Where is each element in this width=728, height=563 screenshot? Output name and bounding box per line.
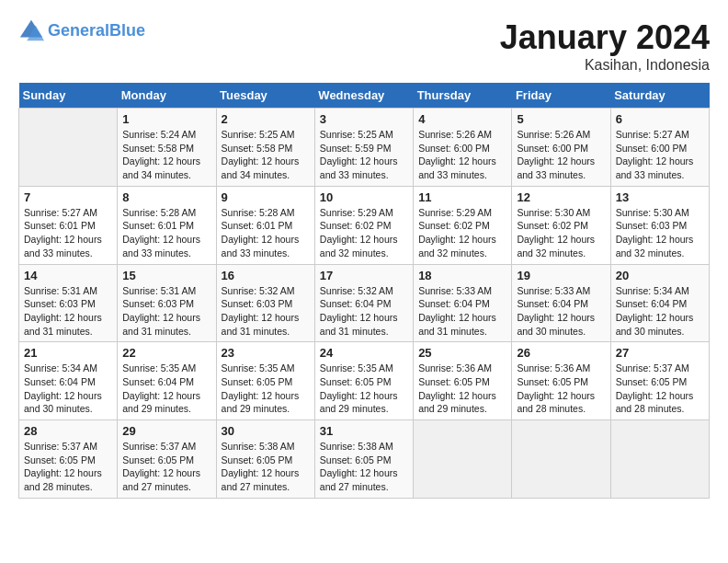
day-number: 23 bbox=[222, 346, 310, 360]
day-number: 30 bbox=[222, 424, 310, 438]
day-header-saturday: Saturday bbox=[610, 83, 709, 109]
day-number: 22 bbox=[122, 346, 210, 360]
day-number: 5 bbox=[517, 112, 605, 126]
day-content: Sunrise: 5:33 AM Sunset: 6:04 PM Dayligh… bbox=[517, 284, 605, 339]
week-row-2: 7Sunrise: 5:27 AM Sunset: 6:01 PM Daylig… bbox=[19, 186, 710, 264]
calendar-cell: 7Sunrise: 5:27 AM Sunset: 6:01 PM Daylig… bbox=[19, 186, 118, 264]
day-number: 14 bbox=[24, 269, 112, 282]
day-number: 19 bbox=[517, 269, 605, 282]
day-number: 10 bbox=[320, 190, 408, 204]
month-title: January 2024 bbox=[500, 18, 710, 57]
day-header-thursday: Thursday bbox=[414, 83, 512, 109]
day-content: Sunrise: 5:25 AM Sunset: 5:58 PM Dayligh… bbox=[222, 128, 310, 182]
day-number: 9 bbox=[222, 190, 310, 204]
day-number: 28 bbox=[24, 424, 112, 438]
calendar-cell bbox=[414, 420, 512, 499]
day-content: Sunrise: 5:29 AM Sunset: 6:02 PM Dayligh… bbox=[320, 206, 408, 260]
day-header-friday: Friday bbox=[512, 83, 610, 109]
day-number: 1 bbox=[122, 112, 210, 126]
day-number: 4 bbox=[418, 112, 506, 126]
day-content: Sunrise: 5:37 AM Sunset: 6:05 PM Dayligh… bbox=[616, 362, 704, 416]
day-content: Sunrise: 5:26 AM Sunset: 6:00 PM Dayligh… bbox=[517, 128, 605, 182]
day-content: Sunrise: 5:35 AM Sunset: 6:05 PM Dayligh… bbox=[222, 362, 310, 416]
calendar-cell: 13Sunrise: 5:30 AM Sunset: 6:03 PM Dayli… bbox=[610, 186, 709, 264]
day-number: 8 bbox=[122, 190, 210, 204]
calendar-cell bbox=[19, 109, 118, 187]
week-row-3: 14Sunrise: 5:31 AM Sunset: 6:03 PM Dayli… bbox=[19, 264, 710, 342]
day-number: 21 bbox=[24, 346, 112, 360]
calendar-cell: 4Sunrise: 5:26 AM Sunset: 6:00 PM Daylig… bbox=[414, 109, 512, 187]
day-content: Sunrise: 5:27 AM Sunset: 6:00 PM Dayligh… bbox=[616, 128, 704, 182]
calendar-cell bbox=[610, 420, 709, 499]
calendar-cell: 9Sunrise: 5:28 AM Sunset: 6:01 PM Daylig… bbox=[216, 186, 314, 264]
calendar-cell: 15Sunrise: 5:31 AM Sunset: 6:03 PM Dayli… bbox=[118, 264, 216, 342]
calendar-cell: 21Sunrise: 5:34 AM Sunset: 6:04 PM Dayli… bbox=[19, 342, 118, 420]
day-content: Sunrise: 5:24 AM Sunset: 5:58 PM Dayligh… bbox=[122, 128, 210, 182]
day-content: Sunrise: 5:32 AM Sunset: 6:03 PM Dayligh… bbox=[222, 284, 310, 339]
day-number: 17 bbox=[320, 269, 408, 282]
day-number: 27 bbox=[616, 346, 704, 360]
day-content: Sunrise: 5:30 AM Sunset: 6:03 PM Dayligh… bbox=[616, 206, 704, 260]
day-header-sunday: Sunday bbox=[19, 83, 118, 109]
day-number: 16 bbox=[222, 269, 310, 282]
day-content: Sunrise: 5:36 AM Sunset: 6:05 PM Dayligh… bbox=[517, 362, 605, 416]
day-content: Sunrise: 5:28 AM Sunset: 6:01 PM Dayligh… bbox=[122, 206, 210, 260]
day-number: 2 bbox=[222, 112, 310, 126]
calendar-cell: 29Sunrise: 5:37 AM Sunset: 6:05 PM Dayli… bbox=[118, 420, 216, 499]
day-number: 20 bbox=[616, 269, 704, 282]
calendar-cell: 14Sunrise: 5:31 AM Sunset: 6:03 PM Dayli… bbox=[19, 264, 118, 342]
day-content: Sunrise: 5:32 AM Sunset: 6:04 PM Dayligh… bbox=[320, 284, 408, 339]
calendar-cell: 23Sunrise: 5:35 AM Sunset: 6:05 PM Dayli… bbox=[216, 342, 314, 420]
calendar-cell: 24Sunrise: 5:35 AM Sunset: 6:05 PM Dayli… bbox=[314, 342, 413, 420]
day-content: Sunrise: 5:34 AM Sunset: 6:04 PM Dayligh… bbox=[616, 284, 704, 339]
day-number: 3 bbox=[320, 112, 408, 126]
calendar-cell: 11Sunrise: 5:29 AM Sunset: 6:02 PM Dayli… bbox=[414, 186, 512, 264]
day-content: Sunrise: 5:35 AM Sunset: 6:05 PM Dayligh… bbox=[320, 362, 408, 416]
logo: GeneralBlue bbox=[18, 18, 145, 44]
day-number: 12 bbox=[517, 190, 605, 204]
day-content: Sunrise: 5:29 AM Sunset: 6:02 PM Dayligh… bbox=[418, 206, 506, 260]
title-block: January 2024 Kasihan, Indonesia bbox=[500, 18, 710, 74]
calendar-cell bbox=[512, 420, 610, 499]
day-number: 29 bbox=[122, 424, 210, 438]
day-number: 31 bbox=[320, 424, 408, 438]
day-number: 25 bbox=[418, 346, 506, 360]
calendar-cell: 26Sunrise: 5:36 AM Sunset: 6:05 PM Dayli… bbox=[512, 342, 610, 420]
calendar-cell: 16Sunrise: 5:32 AM Sunset: 6:03 PM Dayli… bbox=[216, 264, 314, 342]
week-row-4: 21Sunrise: 5:34 AM Sunset: 6:04 PM Dayli… bbox=[19, 342, 710, 420]
day-content: Sunrise: 5:37 AM Sunset: 6:05 PM Dayligh… bbox=[24, 440, 112, 494]
day-content: Sunrise: 5:38 AM Sunset: 6:05 PM Dayligh… bbox=[320, 440, 408, 494]
calendar-cell: 2Sunrise: 5:25 AM Sunset: 5:58 PM Daylig… bbox=[216, 109, 314, 187]
day-content: Sunrise: 5:37 AM Sunset: 6:05 PM Dayligh… bbox=[122, 440, 210, 494]
day-content: Sunrise: 5:31 AM Sunset: 6:03 PM Dayligh… bbox=[24, 284, 112, 339]
calendar-cell: 25Sunrise: 5:36 AM Sunset: 6:05 PM Dayli… bbox=[414, 342, 512, 420]
day-number: 24 bbox=[320, 346, 408, 360]
calendar-cell: 28Sunrise: 5:37 AM Sunset: 6:05 PM Dayli… bbox=[19, 420, 118, 499]
calendar-table: SundayMondayTuesdayWednesdayThursdayFrid… bbox=[18, 83, 710, 499]
calendar-cell: 12Sunrise: 5:30 AM Sunset: 6:02 PM Dayli… bbox=[512, 186, 610, 264]
day-content: Sunrise: 5:36 AM Sunset: 6:05 PM Dayligh… bbox=[418, 362, 506, 416]
day-header-monday: Monday bbox=[118, 83, 216, 109]
day-number: 13 bbox=[616, 190, 704, 204]
day-number: 7 bbox=[24, 190, 112, 204]
calendar-cell: 19Sunrise: 5:33 AM Sunset: 6:04 PM Dayli… bbox=[512, 264, 610, 342]
calendar-cell: 20Sunrise: 5:34 AM Sunset: 6:04 PM Dayli… bbox=[610, 264, 709, 342]
day-content: Sunrise: 5:31 AM Sunset: 6:03 PM Dayligh… bbox=[122, 284, 210, 339]
calendar-cell: 22Sunrise: 5:35 AM Sunset: 6:04 PM Dayli… bbox=[118, 342, 216, 420]
calendar-cell: 17Sunrise: 5:32 AM Sunset: 6:04 PM Dayli… bbox=[314, 264, 413, 342]
day-content: Sunrise: 5:25 AM Sunset: 5:59 PM Dayligh… bbox=[320, 128, 408, 182]
day-content: Sunrise: 5:34 AM Sunset: 6:04 PM Dayligh… bbox=[24, 362, 112, 416]
day-number: 6 bbox=[616, 112, 704, 126]
day-content: Sunrise: 5:30 AM Sunset: 6:02 PM Dayligh… bbox=[517, 206, 605, 260]
week-row-1: 1Sunrise: 5:24 AM Sunset: 5:58 PM Daylig… bbox=[19, 109, 710, 187]
day-content: Sunrise: 5:38 AM Sunset: 6:05 PM Dayligh… bbox=[222, 440, 310, 494]
day-header-tuesday: Tuesday bbox=[216, 83, 314, 109]
day-number: 26 bbox=[517, 346, 605, 360]
week-row-5: 28Sunrise: 5:37 AM Sunset: 6:05 PM Dayli… bbox=[19, 420, 710, 499]
calendar-cell: 8Sunrise: 5:28 AM Sunset: 6:01 PM Daylig… bbox=[118, 186, 216, 264]
logo-text: GeneralBlue bbox=[48, 22, 145, 40]
day-content: Sunrise: 5:35 AM Sunset: 6:04 PM Dayligh… bbox=[122, 362, 210, 416]
calendar-cell: 3Sunrise: 5:25 AM Sunset: 5:59 PM Daylig… bbox=[314, 109, 413, 187]
calendar-cell: 1Sunrise: 5:24 AM Sunset: 5:58 PM Daylig… bbox=[118, 109, 216, 187]
logo-icon bbox=[18, 18, 44, 44]
